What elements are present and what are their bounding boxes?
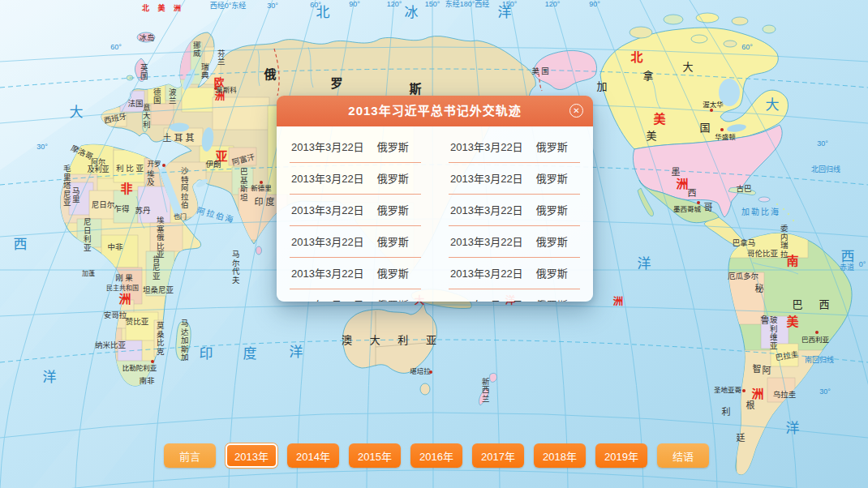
entry-place: 俄罗斯 [377, 202, 409, 217]
entry-place: 俄罗斯 [536, 170, 568, 186]
entry-date: 2013年3月22日 [291, 202, 364, 217]
itinerary-entry[interactable]: 2013年3月22日 俄罗斯 [449, 195, 580, 226]
entry-place: 俄罗斯 [377, 265, 409, 280]
itinerary-entry[interactable]: 2013年3月22日 俄罗斯 [290, 195, 421, 226]
itinerary-entry[interactable]: 2013年3月22日 俄罗斯 [449, 289, 580, 302]
entry-date: 2013年3月22日 [450, 139, 523, 154]
nav-button[interactable]: 2013年 [226, 443, 277, 468]
entry-place: 俄罗斯 [536, 265, 568, 280]
nav-button[interactable]: 2017年 [472, 443, 524, 468]
close-icon: ✕ [573, 106, 579, 115]
entry-place: 俄罗斯 [377, 170, 409, 186]
nav-button[interactable]: 2015年 [349, 443, 401, 468]
entry-place: 俄罗斯 [536, 297, 568, 302]
entry-date: 2013年3月22日 [291, 233, 364, 249]
nav-button[interactable]: 2019年 [595, 443, 647, 468]
entry-date: 2013年3月22日 [291, 297, 364, 302]
diplomatic-track-dialog: 2013年习近平总书记外交轨迹 ✕ 2013年3月22日 俄罗斯 2013年3月… [277, 96, 593, 302]
dialog-body: 2013年3月22日 俄罗斯 2013年3月22日 俄罗斯 2013年3月22日… [277, 126, 593, 302]
nav-button[interactable]: 2016年 [410, 443, 462, 468]
itinerary-entry[interactable]: 2013年3月22日 俄罗斯 [449, 258, 580, 289]
entry-date: 2013年3月22日 [291, 265, 364, 280]
entry-place: 俄罗斯 [377, 297, 409, 302]
itinerary-entry[interactable]: 2013年3月22日 俄罗斯 [290, 226, 421, 258]
dialog-header: 2013年习近平总书记外交轨迹 ✕ [277, 96, 593, 126]
entry-date: 2013年3月22日 [450, 233, 523, 249]
entry-date: 2013年3月22日 [450, 202, 523, 217]
nav-button[interactable]: 前言 [164, 443, 216, 468]
itinerary-entry[interactable]: 2013年3月22日 俄罗斯 [449, 226, 580, 258]
itinerary-entry[interactable]: 2013年3月22日 俄罗斯 [290, 163, 421, 195]
nav-button[interactable]: 2014年 [287, 443, 339, 468]
entry-place: 俄罗斯 [536, 233, 568, 249]
itinerary-entry[interactable]: 2013年3月22日 俄罗斯 [290, 289, 421, 302]
entry-date: 2013年3月22日 [450, 265, 523, 280]
year-nav: 前言2013年2014年2015年2016年2017年2018年2019年结语 [164, 443, 709, 468]
itinerary-entry[interactable]: 2013年3月22日 俄罗斯 [449, 163, 580, 195]
entry-date: 2013年3月22日 [450, 297, 523, 302]
itinerary-entry[interactable]: 2013年3月22日 俄罗斯 [290, 258, 421, 289]
dialog-title: 2013年习近平总书记外交轨迹 [348, 104, 521, 118]
nav-button[interactable]: 结语 [657, 443, 709, 468]
itinerary-entry[interactable]: 2013年3月22日 俄罗斯 [449, 131, 580, 163]
entry-date: 2013年3月22日 [291, 170, 364, 186]
app-canvas: 西经0°东经30°60°90°120°150°东经180°西经150°120°9… [0, 0, 868, 488]
entry-place: 俄罗斯 [536, 202, 568, 217]
entry-place: 俄罗斯 [377, 139, 409, 154]
entry-place: 俄罗斯 [536, 139, 568, 154]
close-button[interactable]: ✕ [569, 104, 583, 118]
nav-button[interactable]: 2018年 [534, 443, 586, 468]
entry-date: 2013年3月22日 [291, 139, 364, 154]
entry-date: 2013年3月22日 [450, 170, 523, 186]
itinerary-entry[interactable]: 2013年3月22日 俄罗斯 [290, 131, 421, 163]
entry-place: 俄罗斯 [377, 233, 409, 249]
